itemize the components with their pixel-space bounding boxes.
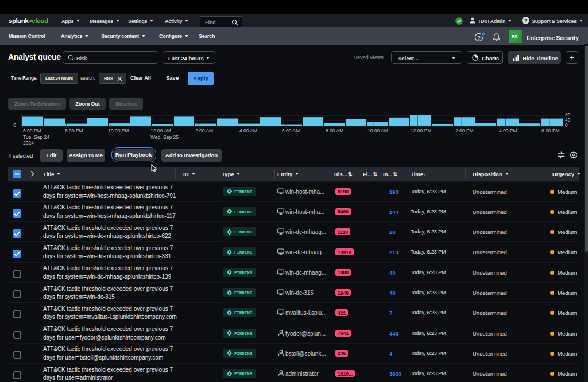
- svg-text:6:00 PM: 6:00 PM: [541, 128, 560, 134]
- svg-text:10:00 PM: 10:00 PM: [108, 128, 129, 134]
- svg-text:?: ?: [524, 18, 528, 24]
- svg-text:2024: 2024: [23, 140, 34, 146]
- svg-text:ES: ES: [512, 34, 518, 40]
- svg-text:12:00 PM: 12:00 PM: [411, 128, 431, 134]
- svg-text:0: 0: [13, 122, 16, 128]
- svg-text:0: 0: [565, 122, 568, 128]
- svg-text:6:00 PM: 6:00 PM: [23, 128, 41, 134]
- svg-text:6:00 AM: 6:00 AM: [282, 128, 300, 134]
- svg-text:12:00 AM: 12:00 AM: [150, 128, 171, 134]
- svg-text:4:00 PM: 4:00 PM: [499, 128, 517, 134]
- svg-text:2:00 PM: 2:00 PM: [455, 128, 474, 134]
- svg-text:?: ?: [477, 35, 480, 41]
- svg-text:10:00 AM: 10:00 AM: [368, 128, 388, 134]
- svg-text:8:00 PM: 8:00 PM: [65, 128, 83, 134]
- svg-text:2:00 AM: 2:00 AM: [195, 128, 213, 134]
- svg-text:4:00 AM: 4:00 AM: [239, 128, 257, 134]
- svg-text:8:00 AM: 8:00 AM: [326, 128, 343, 134]
- svg-text:Wed, Sep 25: Wed, Sep 25: [150, 134, 179, 140]
- svg-text:Tue, Sep 24: Tue, Sep 24: [23, 134, 49, 140]
